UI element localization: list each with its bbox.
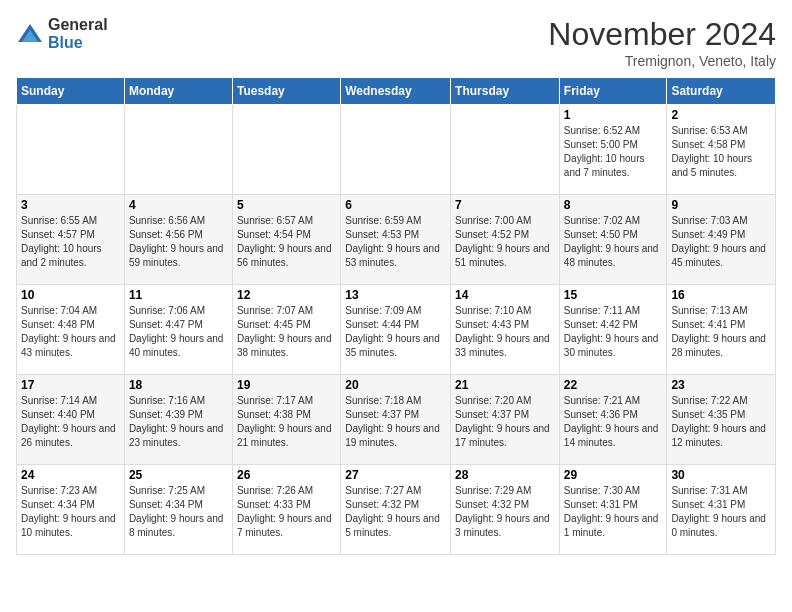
day-number: 24 [21, 468, 120, 482]
day-info: Sunrise: 6:52 AM Sunset: 5:00 PM Dayligh… [564, 124, 663, 180]
title-area: November 2024 Tremignon, Veneto, Italy [548, 16, 776, 69]
header-day-sunday: Sunday [17, 78, 125, 105]
location-subtitle: Tremignon, Veneto, Italy [548, 53, 776, 69]
day-info: Sunrise: 7:09 AM Sunset: 4:44 PM Dayligh… [345, 304, 446, 360]
day-info: Sunrise: 6:53 AM Sunset: 4:58 PM Dayligh… [671, 124, 771, 180]
day-number: 13 [345, 288, 446, 302]
day-number: 30 [671, 468, 771, 482]
calendar-cell: 29Sunrise: 7:30 AM Sunset: 4:31 PM Dayli… [559, 465, 667, 555]
day-number: 26 [237, 468, 336, 482]
day-info: Sunrise: 7:13 AM Sunset: 4:41 PM Dayligh… [671, 304, 771, 360]
week-row-5: 24Sunrise: 7:23 AM Sunset: 4:34 PM Dayli… [17, 465, 776, 555]
calendar-cell: 7Sunrise: 7:00 AM Sunset: 4:52 PM Daylig… [451, 195, 560, 285]
day-info: Sunrise: 7:18 AM Sunset: 4:37 PM Dayligh… [345, 394, 446, 450]
day-number: 27 [345, 468, 446, 482]
day-info: Sunrise: 7:11 AM Sunset: 4:42 PM Dayligh… [564, 304, 663, 360]
day-info: Sunrise: 7:17 AM Sunset: 4:38 PM Dayligh… [237, 394, 336, 450]
day-number: 4 [129, 198, 228, 212]
day-info: Sunrise: 7:14 AM Sunset: 4:40 PM Dayligh… [21, 394, 120, 450]
calendar-cell: 10Sunrise: 7:04 AM Sunset: 4:48 PM Dayli… [17, 285, 125, 375]
day-info: Sunrise: 7:02 AM Sunset: 4:50 PM Dayligh… [564, 214, 663, 270]
calendar-cell: 4Sunrise: 6:56 AM Sunset: 4:56 PM Daylig… [124, 195, 232, 285]
logo-icon [16, 20, 44, 48]
day-number: 7 [455, 198, 555, 212]
day-number: 17 [21, 378, 120, 392]
day-info: Sunrise: 7:21 AM Sunset: 4:36 PM Dayligh… [564, 394, 663, 450]
calendar-cell [341, 105, 451, 195]
day-info: Sunrise: 7:16 AM Sunset: 4:39 PM Dayligh… [129, 394, 228, 450]
day-number: 1 [564, 108, 663, 122]
header-day-tuesday: Tuesday [232, 78, 340, 105]
header-day-friday: Friday [559, 78, 667, 105]
logo-general: General [48, 16, 108, 34]
calendar-cell: 2Sunrise: 6:53 AM Sunset: 4:58 PM Daylig… [667, 105, 776, 195]
calendar-header: SundayMondayTuesdayWednesdayThursdayFrid… [17, 78, 776, 105]
logo-blue: Blue [48, 34, 108, 52]
day-info: Sunrise: 7:03 AM Sunset: 4:49 PM Dayligh… [671, 214, 771, 270]
day-number: 23 [671, 378, 771, 392]
calendar-cell: 1Sunrise: 6:52 AM Sunset: 5:00 PM Daylig… [559, 105, 667, 195]
calendar-cell [124, 105, 232, 195]
day-number: 10 [21, 288, 120, 302]
day-number: 14 [455, 288, 555, 302]
header-row: SundayMondayTuesdayWednesdayThursdayFrid… [17, 78, 776, 105]
calendar-cell: 24Sunrise: 7:23 AM Sunset: 4:34 PM Dayli… [17, 465, 125, 555]
calendar-cell: 27Sunrise: 7:27 AM Sunset: 4:32 PM Dayli… [341, 465, 451, 555]
day-number: 11 [129, 288, 228, 302]
day-number: 19 [237, 378, 336, 392]
calendar-cell: 15Sunrise: 7:11 AM Sunset: 4:42 PM Dayli… [559, 285, 667, 375]
calendar-cell: 22Sunrise: 7:21 AM Sunset: 4:36 PM Dayli… [559, 375, 667, 465]
calendar-cell: 14Sunrise: 7:10 AM Sunset: 4:43 PM Dayli… [451, 285, 560, 375]
day-number: 12 [237, 288, 336, 302]
calendar-cell: 25Sunrise: 7:25 AM Sunset: 4:34 PM Dayli… [124, 465, 232, 555]
header-day-thursday: Thursday [451, 78, 560, 105]
calendar-cell: 3Sunrise: 6:55 AM Sunset: 4:57 PM Daylig… [17, 195, 125, 285]
day-info: Sunrise: 7:20 AM Sunset: 4:37 PM Dayligh… [455, 394, 555, 450]
header-day-saturday: Saturday [667, 78, 776, 105]
calendar-cell: 6Sunrise: 6:59 AM Sunset: 4:53 PM Daylig… [341, 195, 451, 285]
month-title: November 2024 [548, 16, 776, 53]
calendar-cell: 17Sunrise: 7:14 AM Sunset: 4:40 PM Dayli… [17, 375, 125, 465]
day-info: Sunrise: 7:29 AM Sunset: 4:32 PM Dayligh… [455, 484, 555, 540]
day-number: 20 [345, 378, 446, 392]
calendar-cell: 11Sunrise: 7:06 AM Sunset: 4:47 PM Dayli… [124, 285, 232, 375]
calendar-body: 1Sunrise: 6:52 AM Sunset: 5:00 PM Daylig… [17, 105, 776, 555]
day-info: Sunrise: 7:06 AM Sunset: 4:47 PM Dayligh… [129, 304, 228, 360]
calendar-cell: 8Sunrise: 7:02 AM Sunset: 4:50 PM Daylig… [559, 195, 667, 285]
day-number: 3 [21, 198, 120, 212]
calendar-cell: 26Sunrise: 7:26 AM Sunset: 4:33 PM Dayli… [232, 465, 340, 555]
calendar-cell: 12Sunrise: 7:07 AM Sunset: 4:45 PM Dayli… [232, 285, 340, 375]
day-number: 6 [345, 198, 446, 212]
calendar-cell: 23Sunrise: 7:22 AM Sunset: 4:35 PM Dayli… [667, 375, 776, 465]
calendar-cell: 18Sunrise: 7:16 AM Sunset: 4:39 PM Dayli… [124, 375, 232, 465]
calendar-cell: 13Sunrise: 7:09 AM Sunset: 4:44 PM Dayli… [341, 285, 451, 375]
day-info: Sunrise: 6:57 AM Sunset: 4:54 PM Dayligh… [237, 214, 336, 270]
day-info: Sunrise: 7:22 AM Sunset: 4:35 PM Dayligh… [671, 394, 771, 450]
calendar-cell: 16Sunrise: 7:13 AM Sunset: 4:41 PM Dayli… [667, 285, 776, 375]
day-info: Sunrise: 6:56 AM Sunset: 4:56 PM Dayligh… [129, 214, 228, 270]
day-number: 2 [671, 108, 771, 122]
calendar-cell: 19Sunrise: 7:17 AM Sunset: 4:38 PM Dayli… [232, 375, 340, 465]
week-row-4: 17Sunrise: 7:14 AM Sunset: 4:40 PM Dayli… [17, 375, 776, 465]
logo-text: General Blue [48, 16, 108, 51]
calendar-cell: 28Sunrise: 7:29 AM Sunset: 4:32 PM Dayli… [451, 465, 560, 555]
logo: General Blue [16, 16, 108, 51]
week-row-1: 1Sunrise: 6:52 AM Sunset: 5:00 PM Daylig… [17, 105, 776, 195]
day-number: 9 [671, 198, 771, 212]
day-info: Sunrise: 7:25 AM Sunset: 4:34 PM Dayligh… [129, 484, 228, 540]
calendar-cell: 30Sunrise: 7:31 AM Sunset: 4:31 PM Dayli… [667, 465, 776, 555]
calendar-cell [451, 105, 560, 195]
calendar-cell [232, 105, 340, 195]
day-number: 22 [564, 378, 663, 392]
day-info: Sunrise: 7:00 AM Sunset: 4:52 PM Dayligh… [455, 214, 555, 270]
day-number: 8 [564, 198, 663, 212]
day-info: Sunrise: 7:04 AM Sunset: 4:48 PM Dayligh… [21, 304, 120, 360]
day-number: 25 [129, 468, 228, 482]
page-header: General Blue November 2024 Tremignon, Ve… [16, 16, 776, 69]
day-info: Sunrise: 6:59 AM Sunset: 4:53 PM Dayligh… [345, 214, 446, 270]
day-info: Sunrise: 6:55 AM Sunset: 4:57 PM Dayligh… [21, 214, 120, 270]
calendar-cell: 5Sunrise: 6:57 AM Sunset: 4:54 PM Daylig… [232, 195, 340, 285]
day-number: 16 [671, 288, 771, 302]
header-day-monday: Monday [124, 78, 232, 105]
calendar-table: SundayMondayTuesdayWednesdayThursdayFrid… [16, 77, 776, 555]
